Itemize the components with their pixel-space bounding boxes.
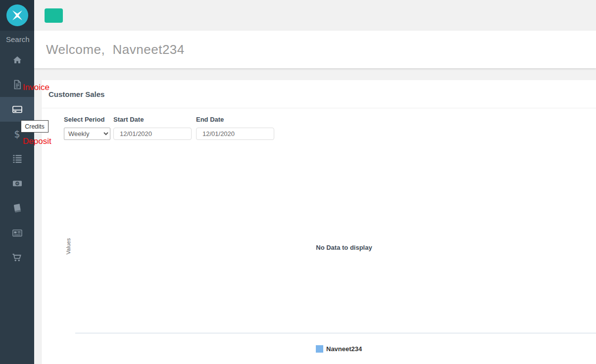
dollar-icon: $ xyxy=(14,130,20,139)
sidebar-item-list[interactable] xyxy=(0,146,34,171)
search-input[interactable]: Search xyxy=(0,31,34,47)
newspaper-icon xyxy=(12,228,23,238)
end-date-filter: End Date xyxy=(196,116,274,140)
customer-sales-card: Customer Sales Select Period Weekly Star… xyxy=(42,80,596,364)
sidebar-item-home[interactable] xyxy=(0,47,34,72)
welcome-header: Welcome, Navneet234 xyxy=(34,31,596,68)
period-filter: Select Period Weekly xyxy=(64,116,110,140)
legend-series-label: Navneet234 xyxy=(326,345,362,353)
money-bill-icon: $ xyxy=(12,179,23,188)
chart-legend[interactable]: Navneet234 xyxy=(316,345,362,353)
legend-swatch xyxy=(316,345,323,353)
sidebar-item-credits[interactable] xyxy=(0,97,34,122)
sidebar-item-book[interactable] xyxy=(0,196,34,221)
invoice-annotation: Invoice xyxy=(23,83,50,92)
start-date-label: Start Date xyxy=(113,116,192,123)
chart-x-axis-line xyxy=(75,333,596,333)
invoice-file-icon xyxy=(13,80,22,90)
credit-card-icon xyxy=(12,104,23,114)
sidebar: Search $ xyxy=(0,0,34,364)
page-title: Welcome, Navneet234 xyxy=(46,42,185,57)
hamburger-menu-button[interactable] xyxy=(45,8,63,23)
top-bar xyxy=(34,0,596,31)
period-label: Select Period xyxy=(64,116,110,123)
start-date-filter: Start Date xyxy=(113,116,192,140)
app-logo[interactable] xyxy=(0,0,34,31)
home-icon xyxy=(12,55,22,65)
card-header: Customer Sales xyxy=(42,80,596,108)
period-select[interactable]: Weekly xyxy=(64,128,110,140)
sidebar-item-news[interactable] xyxy=(0,221,34,245)
chart-y-axis-label: Values xyxy=(65,238,71,255)
x-logo-icon xyxy=(6,4,28,26)
end-date-input[interactable] xyxy=(196,128,274,140)
book-icon xyxy=(12,203,22,213)
deposit-annotation: Deposit xyxy=(23,136,51,146)
chart-empty-message: No Data to display xyxy=(316,244,372,251)
end-date-label: End Date xyxy=(196,116,274,123)
sidebar-item-cart[interactable] xyxy=(0,245,34,270)
sidebar-item-money[interactable]: $ xyxy=(0,171,34,196)
shopping-cart-icon xyxy=(12,253,22,263)
card-title: Customer Sales xyxy=(49,90,104,98)
list-icon xyxy=(12,154,22,164)
credits-tooltip: Credits xyxy=(21,120,49,133)
start-date-input[interactable] xyxy=(113,128,192,140)
